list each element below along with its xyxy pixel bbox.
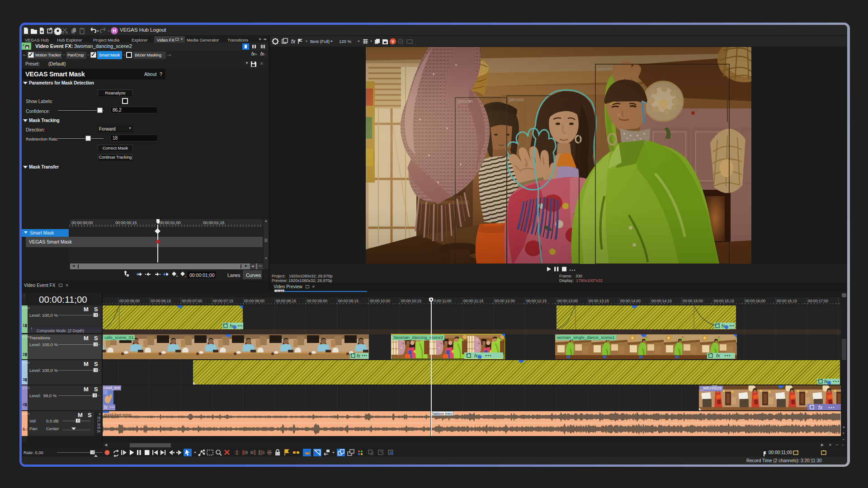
svg-text:z: z (23, 43, 24, 47)
svg-text:fx: fx (716, 353, 720, 358)
svg-text:fx: fx (818, 404, 823, 410)
svg-text:fx: fx (291, 38, 296, 45)
svg-text:Best (Full): Best (Full) (310, 39, 330, 44)
svg-text:fx: fx (104, 405, 108, 410)
svg-text:fx: fx (357, 353, 361, 358)
svg-text:V: V (392, 39, 394, 44)
svg-text:H: H (113, 28, 116, 33)
svg-text:x: x (184, 274, 186, 278)
svg-text:fx: fx (474, 353, 478, 358)
svg-text:+: + (176, 274, 178, 278)
svg-text:120 %: 120 % (339, 39, 351, 44)
svg-text:fx: fx (827, 431, 831, 436)
